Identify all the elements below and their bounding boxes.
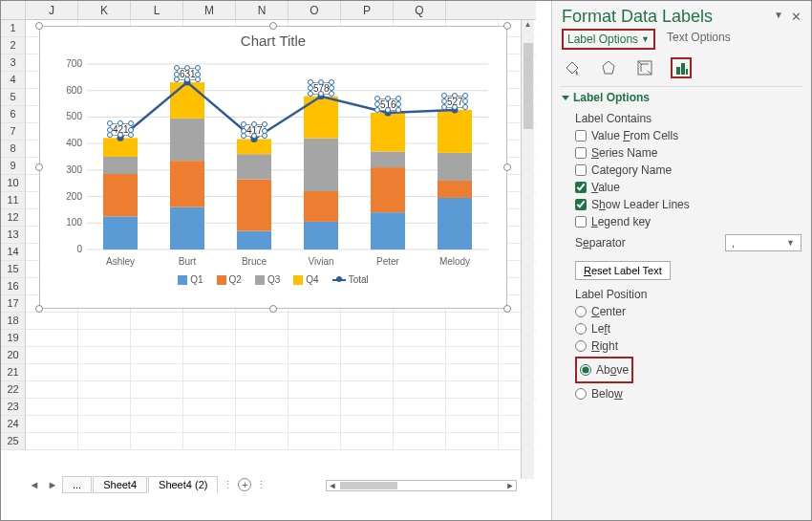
cb-category-name[interactable]: Category Name xyxy=(575,163,801,177)
embedded-chart[interactable]: Chart Title 0100200300400500600700Ashley… xyxy=(39,26,507,309)
col-P[interactable]: P xyxy=(341,1,394,19)
data-label[interactable]: 417 xyxy=(244,124,266,137)
svg-text:Ashley: Ashley xyxy=(106,256,135,267)
svg-text:Peter: Peter xyxy=(376,256,400,267)
svg-rect-56 xyxy=(686,69,688,75)
row-24[interactable]: 24 xyxy=(1,416,26,433)
row-2[interactable]: 2 xyxy=(1,37,26,54)
col-M[interactable]: M xyxy=(183,1,236,19)
separator-select[interactable]: ,▼ xyxy=(725,234,801,251)
row-11[interactable]: 11 xyxy=(1,192,26,209)
col-L[interactable]: L xyxy=(131,1,183,19)
reset-label-text-button[interactable]: Reset Label Text xyxy=(575,261,671,280)
row-23[interactable]: 23 xyxy=(1,399,26,416)
fill-icon[interactable] xyxy=(562,57,583,78)
svg-rect-55 xyxy=(681,63,685,75)
row-21[interactable]: 21 xyxy=(1,364,26,381)
svg-text:Vivian: Vivian xyxy=(308,256,333,267)
label-options-tab[interactable]: Label Options ▼ xyxy=(562,29,655,50)
chart-options-icon[interactable] xyxy=(671,57,692,78)
vertical-scrollbar[interactable]: ▲ xyxy=(521,20,534,479)
row-4[interactable]: 4 xyxy=(1,72,26,89)
svg-rect-42 xyxy=(438,181,472,198)
rb-right[interactable]: Right xyxy=(575,339,801,353)
rb-below[interactable]: Below xyxy=(575,387,801,401)
close-icon[interactable]: ✕ xyxy=(791,10,801,24)
row-7[interactable]: 7 xyxy=(1,123,26,141)
add-sheet-button[interactable]: + xyxy=(238,478,251,491)
data-label[interactable]: 421 xyxy=(110,123,132,136)
col-K[interactable]: K xyxy=(78,1,131,19)
row-14[interactable]: 14 xyxy=(1,244,26,261)
rb-left[interactable]: Left xyxy=(575,322,801,336)
svg-rect-44 xyxy=(438,110,472,153)
svg-text:Bruce: Bruce xyxy=(242,256,267,267)
svg-rect-32 xyxy=(304,191,338,222)
svg-rect-26 xyxy=(237,231,271,250)
data-label[interactable]: 516 xyxy=(377,98,399,111)
tab-sheet4-2[interactable]: Sheet4 (2) xyxy=(148,476,218,493)
col-Q[interactable]: Q xyxy=(394,1,446,19)
cb-value-from-cells[interactable]: Value From Cells xyxy=(575,129,801,142)
chart-legend[interactable]: Q1 Q2 Q3 Q4 Total xyxy=(40,274,506,285)
chevron-down-icon[interactable]: ▼ xyxy=(774,10,783,24)
svg-text:Melody: Melody xyxy=(439,256,470,267)
row-13[interactable]: 13 xyxy=(1,227,26,244)
svg-rect-28 xyxy=(237,154,271,179)
text-options-tab[interactable]: Text Options xyxy=(663,29,735,50)
row-9[interactable]: 9 xyxy=(1,158,26,175)
row-20[interactable]: 20 xyxy=(1,347,26,364)
row-10[interactable]: 10 xyxy=(1,175,26,192)
col-N[interactable]: N xyxy=(236,1,288,19)
svg-rect-31 xyxy=(304,222,338,250)
size-icon[interactable] xyxy=(634,57,655,78)
label-contains-heading: Label Contains xyxy=(575,112,801,125)
row-3[interactable]: 3 xyxy=(1,54,26,72)
row-5[interactable]: 5 xyxy=(1,89,26,106)
cb-leader-lines[interactable]: Show Leader Lines xyxy=(575,198,801,211)
data-label[interactable]: 527 xyxy=(444,96,466,108)
tab-sheet4[interactable]: Sheet4 xyxy=(93,476,147,493)
cb-value[interactable]: Value xyxy=(575,181,801,194)
svg-rect-27 xyxy=(237,180,271,231)
row-1[interactable]: 1 xyxy=(1,20,26,37)
cb-legend-key[interactable]: Legend key xyxy=(575,215,801,228)
data-label[interactable]: 631 xyxy=(177,68,199,80)
label-options-section[interactable]: Label Options xyxy=(552,87,811,108)
row-18[interactable]: 18 xyxy=(1,313,26,330)
cb-series-name[interactable]: Series Name xyxy=(575,146,801,160)
row-19[interactable]: 19 xyxy=(1,330,26,347)
row-headers: 1234567891011121314151617181920212223242… xyxy=(1,20,26,450)
pane-title: Format Data Labels xyxy=(562,7,713,27)
tab-nav-prev[interactable]: ◄ xyxy=(26,479,43,490)
col-O[interactable]: O xyxy=(288,1,341,19)
rb-above[interactable]: Above xyxy=(580,363,629,377)
svg-text:500: 500 xyxy=(66,111,82,121)
row-22[interactable]: 22 xyxy=(1,381,26,399)
rb-center[interactable]: Center xyxy=(575,305,801,318)
col-J[interactable]: J xyxy=(26,1,78,19)
tab-nav-next[interactable]: ► xyxy=(44,479,61,490)
tab-more[interactable]: ... xyxy=(62,476,92,493)
svg-rect-22 xyxy=(170,161,204,207)
sheet-tabs[interactable]: ◄ ► ... Sheet4 Sheet4 (2) ⋮ + ⋮ xyxy=(26,474,270,495)
row-25[interactable]: 25 xyxy=(1,433,26,450)
svg-rect-17 xyxy=(103,174,138,216)
effects-icon[interactable] xyxy=(598,57,619,78)
row-6[interactable]: 6 xyxy=(1,106,26,123)
column-headers: J K L M N O P Q xyxy=(1,1,536,20)
svg-rect-41 xyxy=(438,198,472,250)
row-17[interactable]: 17 xyxy=(1,295,26,313)
tab-more-dots[interactable]: ⋮ xyxy=(219,479,237,491)
data-label[interactable]: 578 xyxy=(310,82,332,95)
chart-title[interactable]: Chart Title xyxy=(40,27,506,54)
row-15[interactable]: 15 xyxy=(1,261,26,278)
row-12[interactable]: 12 xyxy=(1,209,26,227)
tab-resize[interactable]: ⋮ xyxy=(252,479,270,491)
horizontal-scrollbar[interactable]: ◄► xyxy=(326,480,517,491)
svg-rect-39 xyxy=(371,113,405,151)
row-8[interactable]: 8 xyxy=(1,141,26,158)
svg-rect-16 xyxy=(103,216,138,250)
svg-text:Burt: Burt xyxy=(179,256,197,267)
row-16[interactable]: 16 xyxy=(1,278,26,295)
